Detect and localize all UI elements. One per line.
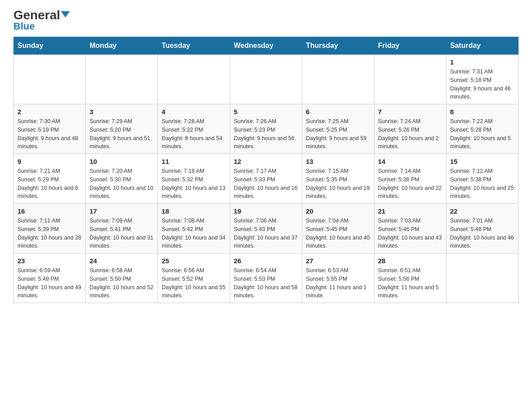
day-info-text: Sunrise: 7:06 AMSunset: 5:43 PMDaylight:… — [234, 217, 298, 250]
calendar-cell: 20Sunrise: 7:04 AMSunset: 5:45 PMDayligh… — [302, 204, 374, 253]
calendar-week-row: 9Sunrise: 7:21 AMSunset: 5:29 PMDaylight… — [14, 154, 519, 204]
logo-general-text: General — [13, 9, 70, 21]
calendar-cell: 1Sunrise: 7:31 AMSunset: 5:18 PMDaylight… — [446, 55, 519, 104]
day-info-text: Sunrise: 7:18 AMSunset: 5:32 PMDaylight:… — [162, 167, 226, 201]
day-info-text: Sunrise: 7:04 AMSunset: 5:45 PMDaylight:… — [306, 217, 370, 250]
col-header-thursday: Thursday — [302, 37, 374, 55]
day-number: 21 — [378, 207, 442, 215]
calendar-cell: 7Sunrise: 7:24 AMSunset: 5:26 PMDaylight… — [374, 104, 446, 154]
calendar-cell: 11Sunrise: 7:18 AMSunset: 5:32 PMDayligh… — [158, 154, 230, 204]
day-number: 27 — [306, 257, 370, 265]
calendar-cell: 5Sunrise: 7:26 AMSunset: 5:23 PMDaylight… — [230, 104, 302, 154]
day-info-text: Sunrise: 6:56 AMSunset: 5:52 PMDaylight:… — [162, 266, 226, 300]
day-number: 12 — [234, 158, 298, 165]
col-header-sunday: Sunday — [14, 37, 86, 55]
day-info-text: Sunrise: 7:15 AMSunset: 5:35 PMDaylight:… — [306, 167, 370, 201]
col-header-wednesday: Wednesday — [230, 37, 302, 55]
day-info-text: Sunrise: 6:58 AMSunset: 5:50 PMDaylight:… — [90, 266, 154, 300]
calendar-cell — [230, 55, 302, 104]
calendar-cell: 26Sunrise: 6:54 AMSunset: 5:53 PMDayligh… — [230, 253, 302, 303]
calendar-cell: 25Sunrise: 6:56 AMSunset: 5:52 PMDayligh… — [158, 253, 230, 303]
calendar-cell: 9Sunrise: 7:21 AMSunset: 5:29 PMDaylight… — [14, 154, 86, 204]
calendar-cell: 19Sunrise: 7:06 AMSunset: 5:43 PMDayligh… — [230, 204, 302, 253]
calendar-cell: 4Sunrise: 7:28 AMSunset: 5:22 PMDaylight… — [158, 104, 230, 154]
calendar-week-row: 1Sunrise: 7:31 AMSunset: 5:18 PMDaylight… — [14, 55, 519, 104]
col-header-saturday: Saturday — [446, 37, 519, 55]
day-info-text: Sunrise: 7:25 AMSunset: 5:25 PMDaylight:… — [306, 117, 370, 151]
day-info-text: Sunrise: 6:53 AMSunset: 5:55 PMDaylight:… — [306, 266, 370, 300]
calendar-cell — [158, 55, 230, 104]
calendar-cell — [302, 55, 374, 104]
day-info-text: Sunrise: 7:11 AMSunset: 5:39 PMDaylight:… — [17, 217, 82, 250]
day-number: 18 — [162, 207, 226, 215]
day-info-text: Sunrise: 7:29 AMSunset: 5:20 PMDaylight:… — [90, 117, 154, 151]
calendar-cell — [86, 55, 158, 104]
calendar-cell: 12Sunrise: 7:17 AMSunset: 5:33 PMDayligh… — [230, 154, 302, 204]
day-info-text: Sunrise: 7:24 AMSunset: 5:26 PMDaylight:… — [378, 117, 442, 151]
calendar-table: SundayMondayTuesdayWednesdayThursdayFrid… — [13, 37, 519, 303]
calendar-cell: 8Sunrise: 7:22 AMSunset: 5:28 PMDaylight… — [446, 104, 519, 154]
calendar-cell: 24Sunrise: 6:58 AMSunset: 5:50 PMDayligh… — [86, 253, 158, 303]
day-number: 26 — [234, 257, 298, 265]
day-info-text: Sunrise: 7:31 AMSunset: 5:18 PMDaylight:… — [450, 68, 515, 101]
calendar-week-row: 23Sunrise: 6:59 AMSunset: 5:49 PMDayligh… — [14, 253, 519, 303]
day-info-text: Sunrise: 7:14 AMSunset: 5:36 PMDaylight:… — [378, 167, 442, 201]
day-number: 7 — [378, 108, 442, 116]
calendar-cell: 28Sunrise: 6:51 AMSunset: 5:56 PMDayligh… — [374, 253, 446, 303]
calendar-cell: 17Sunrise: 7:09 AMSunset: 5:41 PMDayligh… — [86, 204, 158, 253]
col-header-friday: Friday — [374, 37, 446, 55]
day-number: 11 — [162, 158, 226, 165]
day-info-text: Sunrise: 7:30 AMSunset: 5:19 PMDaylight:… — [17, 117, 82, 151]
calendar-cell: 3Sunrise: 7:29 AMSunset: 5:20 PMDaylight… — [86, 104, 158, 154]
day-info-text: Sunrise: 7:09 AMSunset: 5:41 PMDaylight:… — [90, 217, 154, 250]
day-number: 24 — [90, 257, 154, 265]
day-number: 8 — [450, 108, 515, 116]
calendar-cell: 2Sunrise: 7:30 AMSunset: 5:19 PMDaylight… — [14, 104, 86, 154]
page-header: General Blue — [13, 9, 519, 32]
day-info-text: Sunrise: 7:28 AMSunset: 5:22 PMDaylight:… — [162, 117, 226, 151]
calendar-cell: 22Sunrise: 7:01 AMSunset: 5:48 PMDayligh… — [446, 204, 519, 253]
day-info-text: Sunrise: 7:08 AMSunset: 5:42 PMDaylight:… — [162, 217, 226, 250]
calendar-cell: 16Sunrise: 7:11 AMSunset: 5:39 PMDayligh… — [14, 204, 86, 253]
day-number: 19 — [234, 207, 298, 215]
day-info-text: Sunrise: 7:01 AMSunset: 5:48 PMDaylight:… — [450, 217, 515, 250]
day-number: 4 — [162, 108, 226, 116]
logo-triangle-icon — [61, 11, 70, 17]
day-number: 10 — [90, 158, 154, 165]
calendar-cell: 18Sunrise: 7:08 AMSunset: 5:42 PMDayligh… — [158, 204, 230, 253]
day-number: 28 — [378, 257, 442, 265]
day-number: 13 — [306, 158, 370, 165]
day-number: 16 — [17, 207, 82, 215]
day-number: 17 — [90, 207, 154, 215]
calendar-cell — [14, 55, 86, 104]
day-number: 20 — [306, 207, 370, 215]
day-number: 23 — [17, 257, 82, 265]
day-info-text: Sunrise: 7:12 AMSunset: 5:38 PMDaylight:… — [450, 167, 515, 201]
calendar-week-row: 2Sunrise: 7:30 AMSunset: 5:19 PMDaylight… — [14, 104, 519, 154]
day-info-text: Sunrise: 6:54 AMSunset: 5:53 PMDaylight:… — [234, 266, 298, 300]
logo: General Blue — [13, 9, 70, 32]
day-info-text: Sunrise: 6:59 AMSunset: 5:49 PMDaylight:… — [17, 266, 82, 300]
calendar-cell: 14Sunrise: 7:14 AMSunset: 5:36 PMDayligh… — [374, 154, 446, 204]
calendar-cell — [374, 55, 446, 104]
calendar-cell: 21Sunrise: 7:03 AMSunset: 5:46 PMDayligh… — [374, 204, 446, 253]
day-number: 5 — [234, 108, 298, 116]
calendar-cell: 10Sunrise: 7:20 AMSunset: 5:30 PMDayligh… — [86, 154, 158, 204]
day-number: 25 — [162, 257, 226, 265]
day-number: 14 — [378, 158, 442, 165]
day-number: 22 — [450, 207, 515, 215]
col-header-tuesday: Tuesday — [158, 37, 230, 55]
day-info-text: Sunrise: 7:22 AMSunset: 5:28 PMDaylight:… — [450, 117, 515, 151]
calendar-header-row: SundayMondayTuesdayWednesdayThursdayFrid… — [14, 37, 519, 55]
day-number: 9 — [17, 158, 82, 165]
day-info-text: Sunrise: 7:21 AMSunset: 5:29 PMDaylight:… — [17, 167, 82, 201]
calendar-cell: 6Sunrise: 7:25 AMSunset: 5:25 PMDaylight… — [302, 104, 374, 154]
calendar-cell: 15Sunrise: 7:12 AMSunset: 5:38 PMDayligh… — [446, 154, 519, 204]
calendar-cell: 23Sunrise: 6:59 AMSunset: 5:49 PMDayligh… — [14, 253, 86, 303]
calendar-week-row: 16Sunrise: 7:11 AMSunset: 5:39 PMDayligh… — [14, 204, 519, 253]
day-info-text: Sunrise: 7:26 AMSunset: 5:23 PMDaylight:… — [234, 117, 298, 151]
day-number: 2 — [17, 108, 82, 116]
day-number: 6 — [306, 108, 370, 116]
day-info-text: Sunrise: 7:20 AMSunset: 5:30 PMDaylight:… — [90, 167, 154, 201]
calendar-cell: 13Sunrise: 7:15 AMSunset: 5:35 PMDayligh… — [302, 154, 374, 204]
